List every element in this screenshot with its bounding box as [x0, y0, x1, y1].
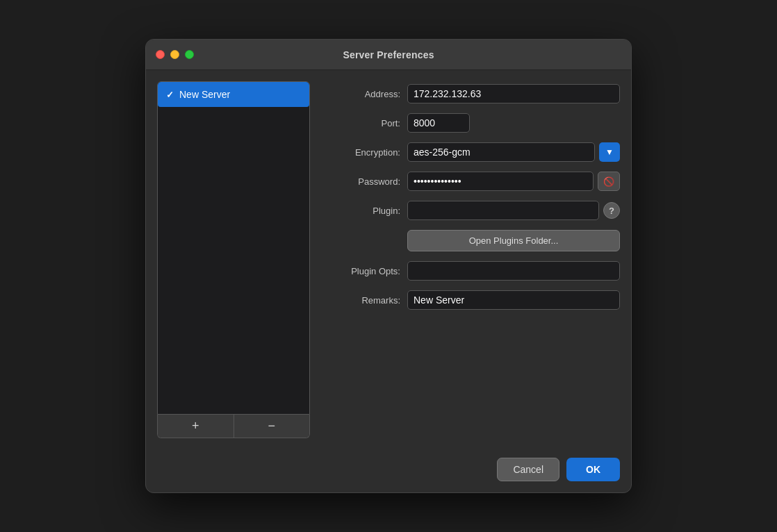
- plugin-opts-input[interactable]: [407, 261, 620, 281]
- address-label: Address:: [324, 89, 400, 99]
- titlebar: Server Preferences: [146, 40, 631, 70]
- plugin-help-button[interactable]: ?: [603, 202, 620, 219]
- encryption-select-wrapper: aes-256-gcm aes-128-gcm chacha20-poly130…: [407, 142, 620, 162]
- maximize-button[interactable]: [185, 50, 194, 59]
- server-name: New Server: [179, 89, 230, 100]
- traffic-lights: [156, 50, 194, 59]
- password-label: Password:: [324, 176, 400, 187]
- server-list: ✓ New Server: [157, 81, 310, 415]
- remarks-label: Remarks:: [324, 295, 400, 306]
- encryption-row: Encryption: aes-256-gcm aes-128-gcm chac…: [324, 142, 620, 162]
- server-preferences-dialog: Server Preferences ✓ New Server + − Addr…: [145, 39, 632, 493]
- remarks-row: Remarks:: [324, 290, 620, 310]
- plugin-opts-label: Plugin Opts:: [324, 266, 400, 276]
- open-plugins-row: Open Plugins Folder...: [324, 230, 620, 251]
- encryption-label: Encryption:: [324, 147, 400, 158]
- password-row: Password: 🚫: [324, 172, 620, 191]
- encryption-dropdown-button[interactable]: ▼: [599, 142, 620, 162]
- toggle-password-button[interactable]: 🚫: [598, 172, 620, 191]
- add-server-button[interactable]: +: [158, 415, 234, 438]
- address-row: Address:: [324, 84, 620, 103]
- port-label: Port:: [324, 118, 400, 128]
- list-toolbar: + −: [157, 415, 310, 438]
- server-list-item[interactable]: ✓ New Server: [158, 82, 309, 107]
- port-row: Port:: [324, 113, 620, 133]
- cancel-button[interactable]: Cancel: [497, 458, 559, 481]
- form-panel: Address: Port: Encryption: aes-256-gcm a…: [324, 81, 620, 438]
- plugin-field-wrapper: ?: [407, 201, 620, 220]
- eye-slash-icon: 🚫: [603, 176, 614, 187]
- plugin-input[interactable]: [407, 201, 599, 220]
- plugin-opts-row: Plugin Opts:: [324, 261, 620, 281]
- password-field-wrapper: 🚫: [407, 172, 620, 191]
- dialog-footer: Cancel OK: [146, 449, 631, 492]
- close-button[interactable]: [156, 50, 165, 59]
- remarks-input[interactable]: [407, 290, 620, 310]
- chevron-down-icon: ▼: [605, 147, 614, 157]
- checkmark-icon: ✓: [166, 90, 174, 100]
- address-input[interactable]: [407, 84, 620, 103]
- dialog-body: ✓ New Server + − Address: Port:: [146, 70, 631, 449]
- plugin-row: Plugin: ?: [324, 201, 620, 220]
- ok-button[interactable]: OK: [566, 458, 620, 481]
- server-list-panel: ✓ New Server + −: [157, 81, 310, 438]
- encryption-select[interactable]: aes-256-gcm aes-128-gcm chacha20-poly130…: [407, 142, 595, 162]
- plugin-label: Plugin:: [324, 206, 400, 216]
- port-input[interactable]: [407, 113, 470, 133]
- password-input[interactable]: [407, 172, 594, 191]
- dialog-title: Server Preferences: [343, 49, 434, 60]
- minimize-button[interactable]: [170, 50, 179, 59]
- remove-server-button[interactable]: −: [234, 415, 310, 438]
- question-mark-icon: ?: [609, 206, 614, 216]
- open-plugins-button[interactable]: Open Plugins Folder...: [407, 230, 620, 251]
